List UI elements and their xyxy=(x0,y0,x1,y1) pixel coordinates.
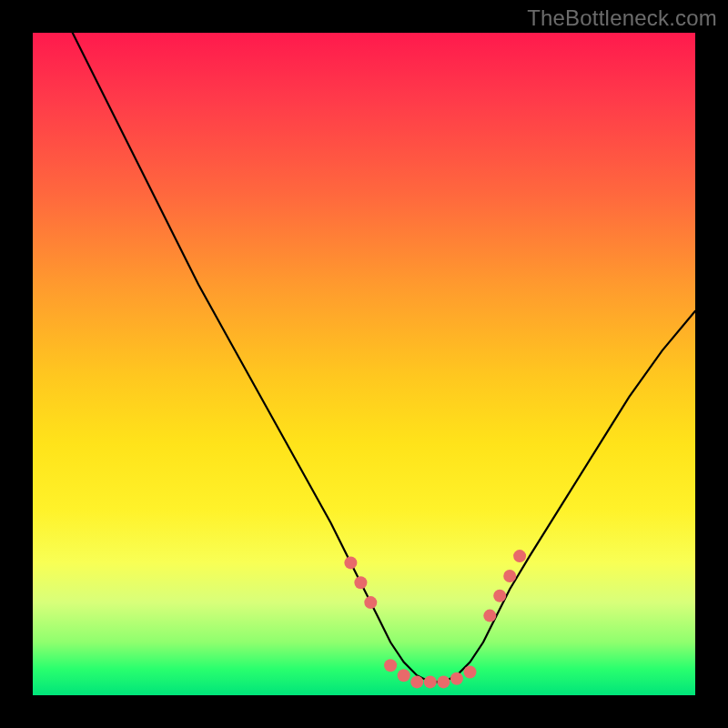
highlight-dot xyxy=(503,570,516,582)
highlight-dot xyxy=(493,590,506,602)
highlight-dot xyxy=(464,666,477,679)
highlight-dot xyxy=(398,669,410,682)
highlight-dot xyxy=(424,675,437,688)
highlight-dot xyxy=(384,659,397,672)
highlight-dot xyxy=(483,610,496,622)
highlight-dot xyxy=(364,596,377,609)
bottleneck-curve xyxy=(73,33,695,682)
chart-frame: TheBottleneck.com xyxy=(0,0,728,728)
highlight-dot xyxy=(437,675,450,688)
highlight-dot xyxy=(450,672,463,685)
highlight-dot xyxy=(354,576,367,589)
chart-svg xyxy=(33,33,695,695)
highlight-dots xyxy=(344,550,526,688)
highlight-dot xyxy=(344,556,357,569)
highlight-dot xyxy=(513,550,526,562)
highlight-dot xyxy=(410,675,423,688)
plot-area xyxy=(33,33,695,695)
watermark-text: TheBottleneck.com xyxy=(527,5,717,31)
